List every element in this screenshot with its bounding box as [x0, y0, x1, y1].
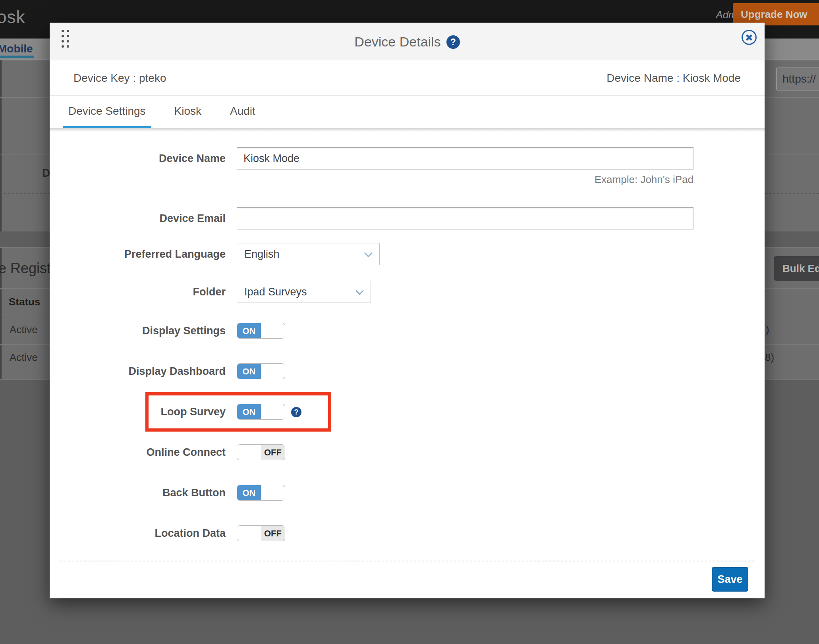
device-details-modal: Device Details? Device Key : pteko Devic… [50, 23, 765, 598]
modal-tab-bar: Device Settings Kiosk Audit [50, 96, 765, 128]
tab-device-settings[interactable]: Device Settings [63, 96, 151, 128]
preferred-language-select[interactable]: English [237, 243, 380, 265]
save-button[interactable]: Save [712, 567, 748, 592]
page-label-fragment: D [42, 167, 50, 179]
page-edge [0, 60, 2, 390]
back-button-toggle[interactable]: ON [237, 485, 285, 501]
online-connect-label: Online Connect [87, 444, 226, 460]
device-key-row: Device Key : pteko Device Name : Kiosk M… [50, 60, 765, 96]
toggle-state: OFF [261, 445, 285, 460]
chevron-down-icon [355, 287, 364, 295]
modal-title: Device Details [354, 34, 440, 49]
device-email-input[interactable] [237, 207, 693, 229]
device-name-helper: Example: John's iPad [237, 174, 693, 186]
upgrade-now-button[interactable]: Upgrade Now [733, 3, 819, 25]
folder-select[interactable]: Ipad Surveys [237, 281, 371, 303]
close-icon[interactable] [742, 30, 757, 45]
online-connect-toggle[interactable]: OFF [237, 444, 285, 460]
display-settings-toggle[interactable]: ON [237, 323, 285, 339]
table-row-fragment: ) [766, 324, 769, 336]
toggle-state: ON [237, 323, 261, 338]
toggle-state: OFF [261, 526, 285, 541]
toggle-state: ON [237, 404, 261, 419]
location-data-toggle[interactable]: OFF [237, 525, 285, 541]
bulk-edit-button[interactable]: Bulk Edit [774, 256, 819, 281]
device-name-text: Device Name : Kiosk Mode [607, 60, 741, 96]
preferred-language-label: Preferred Language [87, 243, 226, 265]
table-row-status: Active [10, 324, 38, 336]
device-email-label: Device Email [87, 207, 226, 229]
toggle-state: ON [237, 364, 261, 379]
device-key-text: Device Key : pteko [73, 60, 166, 96]
registrations-heading: e Registr [0, 260, 56, 277]
display-dashboard-label: Display Dashboard [87, 363, 226, 379]
footer-divider [60, 561, 755, 561]
tab-mobile[interactable]: Mobile [0, 42, 33, 55]
back-button-label: Back Button [87, 485, 226, 501]
loop-survey-label: Loop Survey [87, 404, 226, 420]
tab-mobile-underline [0, 56, 34, 58]
loop-survey-toggle[interactable]: ON [237, 404, 285, 420]
loop-survey-help-icon[interactable]: ? [291, 407, 301, 417]
table-row-fragment: 8) [765, 351, 774, 364]
toggle-state: ON [237, 485, 261, 500]
tab-kiosk[interactable]: Kiosk [169, 96, 207, 128]
folder-label: Folder [87, 281, 226, 303]
device-name-label: Device Name [87, 147, 226, 170]
app-logo: osk [0, 7, 25, 27]
device-name-input[interactable] [237, 147, 693, 170]
display-dashboard-toggle[interactable]: ON [237, 363, 285, 379]
folder-value: Ipad Surveys [244, 286, 307, 298]
modal-header: Device Details? [50, 23, 765, 60]
url-input[interactable]: https:// [776, 67, 819, 91]
tab-audit[interactable]: Audit [224, 96, 261, 128]
help-icon[interactable]: ? [446, 35, 460, 49]
location-data-label: Location Data [87, 525, 226, 541]
modal-title-row: Device Details? [50, 23, 765, 60]
chevron-down-icon [364, 249, 373, 257]
preferred-language-value: English [244, 248, 280, 260]
display-settings-label: Display Settings [87, 323, 226, 339]
table-row-status: Active [10, 351, 38, 364]
status-column-header: Status [9, 296, 40, 308]
